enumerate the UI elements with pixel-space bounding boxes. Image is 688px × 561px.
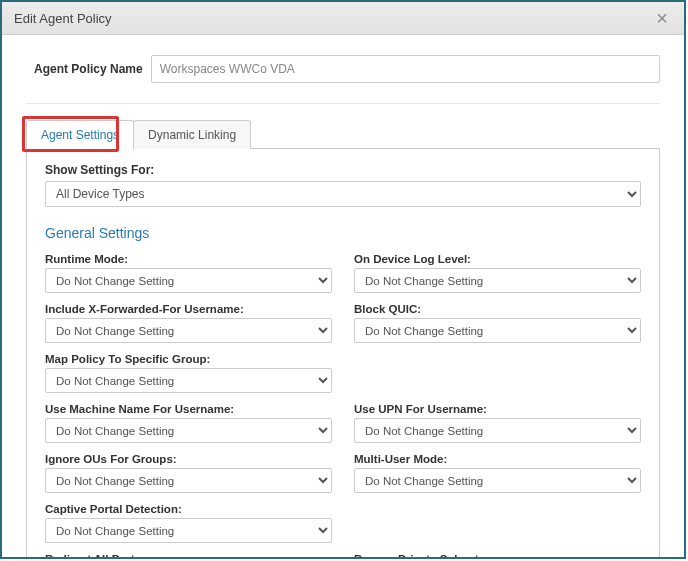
general-settings-heading: General Settings [45, 225, 641, 241]
field-captive: Captive Portal Detection: Do Not Change … [45, 503, 332, 543]
on-device-log-select[interactable]: Do Not Change Setting [354, 268, 641, 293]
ignore-ous-label: Ignore OUs For Groups: [45, 453, 332, 465]
on-device-log-label: On Device Log Level: [354, 253, 641, 265]
use-machine-select[interactable]: Do Not Change Setting [45, 418, 332, 443]
field-runtime-mode: Runtime Mode: Do Not Change Setting [45, 253, 332, 293]
close-icon[interactable]: × [652, 8, 672, 28]
field-ignore-ous: Ignore OUs For Groups: Do Not Change Set… [45, 453, 332, 493]
show-settings-select[interactable]: All Device Types [45, 181, 641, 207]
field-multi-user: Multi-User Mode: Do Not Change Setting [354, 453, 641, 493]
edit-agent-policy-dialog: Edit Agent Policy × Agent Policy Name Ag… [0, 0, 686, 559]
policy-name-row: Agent Policy Name [34, 55, 660, 83]
divider [26, 103, 660, 104]
include-xff-select[interactable]: Do Not Change Setting [45, 318, 332, 343]
use-machine-label: Use Machine Name For Username: [45, 403, 332, 415]
captive-select[interactable]: Do Not Change Setting [45, 518, 332, 543]
runtime-mode-label: Runtime Mode: [45, 253, 332, 265]
bypass-subnets-label: Bypass Private Subnets: [354, 553, 641, 557]
map-policy-select[interactable]: Do Not Change Setting [45, 368, 332, 393]
runtime-mode-select[interactable]: Do Not Change Setting [45, 268, 332, 293]
field-use-upn: Use UPN For Username: Do Not Change Sett… [354, 403, 641, 443]
agent-settings-panel: Show Settings For: All Device Types Gene… [26, 148, 660, 557]
field-on-device-log: On Device Log Level: Do Not Change Setti… [354, 253, 641, 293]
tabs-container: Agent Settings Dynamic Linking [26, 120, 660, 149]
field-use-machine: Use Machine Name For Username: Do Not Ch… [45, 403, 332, 443]
dialog-title: Edit Agent Policy [14, 11, 112, 26]
block-quic-select[interactable]: Do Not Change Setting [354, 318, 641, 343]
dialog-content: Agent Policy Name Agent Settings Dynamic… [2, 35, 684, 557]
use-upn-select[interactable]: Do Not Change Setting [354, 418, 641, 443]
multi-user-select[interactable]: Do Not Change Setting [354, 468, 641, 493]
field-block-quic: Block QUIC: Do Not Change Setting [354, 303, 641, 343]
field-map-policy: Map Policy To Specific Group: Do Not Cha… [45, 353, 332, 393]
settings-grid: Runtime Mode: Do Not Change Setting On D… [45, 253, 641, 557]
policy-name-input[interactable] [151, 55, 660, 83]
tab-dynamic-linking[interactable]: Dynamic Linking [133, 120, 251, 149]
field-include-xff: Include X-Forwarded-For Username: Do Not… [45, 303, 332, 343]
map-policy-label: Map Policy To Specific Group: [45, 353, 332, 365]
field-empty-1 [354, 353, 641, 393]
block-quic-label: Block QUIC: [354, 303, 641, 315]
captive-label: Captive Portal Detection: [45, 503, 332, 515]
policy-name-label: Agent Policy Name [34, 62, 143, 76]
tab-agent-settings[interactable]: Agent Settings [26, 120, 134, 149]
redirect-ports-label: Redirect All Ports: [45, 553, 332, 557]
field-empty-2 [354, 503, 641, 543]
field-bypass-subnets: Bypass Private Subnets: Do Not Change Se… [354, 553, 641, 557]
field-redirect-ports: Redirect All Ports: Do Not Change Settin… [45, 553, 332, 557]
ignore-ous-select[interactable]: Do Not Change Setting [45, 468, 332, 493]
show-settings-label: Show Settings For: [45, 163, 641, 177]
use-upn-label: Use UPN For Username: [354, 403, 641, 415]
tabs: Agent Settings Dynamic Linking [26, 120, 660, 149]
titlebar: Edit Agent Policy × [2, 2, 684, 35]
include-xff-label: Include X-Forwarded-For Username: [45, 303, 332, 315]
multi-user-label: Multi-User Mode: [354, 453, 641, 465]
